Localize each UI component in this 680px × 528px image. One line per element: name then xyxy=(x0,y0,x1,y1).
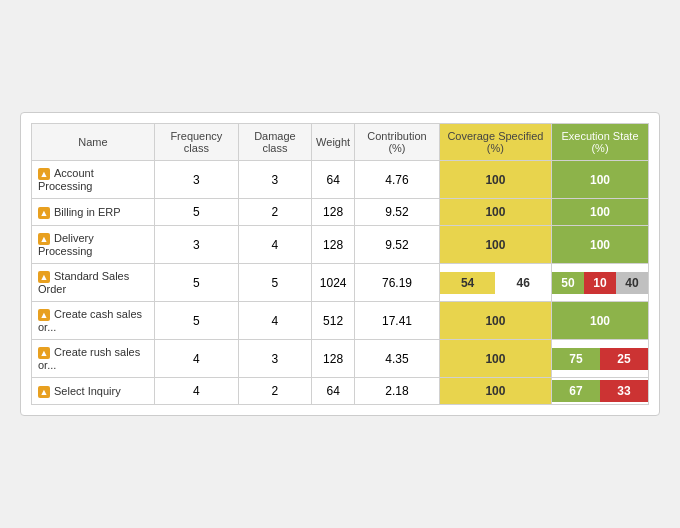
row-frequency-3: 5 xyxy=(154,264,238,302)
row-weight-5: 128 xyxy=(312,340,355,378)
row-name-0: ▲Account Processing xyxy=(32,161,155,199)
row-weight-2: 128 xyxy=(312,226,355,264)
row-frequency-4: 5 xyxy=(154,302,238,340)
header-contribution: Contribution (%) xyxy=(355,124,440,161)
row-damage-5: 3 xyxy=(238,340,311,378)
warning-icon: ▲ xyxy=(38,207,50,219)
row-damage-6: 2 xyxy=(238,378,311,405)
header-coverage: Coverage Specified (%) xyxy=(439,124,551,161)
row-contribution-4: 17.41 xyxy=(355,302,440,340)
row-coverage-4: 100 xyxy=(439,302,551,340)
row-execution-2: 100 xyxy=(552,226,649,264)
row-coverage-6: 100 xyxy=(439,378,551,405)
row-damage-1: 2 xyxy=(238,199,311,226)
row-frequency-0: 3 xyxy=(154,161,238,199)
row-contribution-6: 2.18 xyxy=(355,378,440,405)
row-name-6: ▲Select Inquiry xyxy=(32,378,155,405)
row-contribution-1: 9.52 xyxy=(355,199,440,226)
row-weight-3: 1024 xyxy=(312,264,355,302)
header-damage: Damage class xyxy=(238,124,311,161)
row-name-1: ▲Billing in ERP xyxy=(32,199,155,226)
row-damage-3: 5 xyxy=(238,264,311,302)
header-name: Name xyxy=(32,124,155,161)
row-weight-6: 64 xyxy=(312,378,355,405)
row-frequency-1: 5 xyxy=(154,199,238,226)
row-contribution-5: 4.35 xyxy=(355,340,440,378)
row-execution-4: 100 xyxy=(552,302,649,340)
row-coverage-5: 100 xyxy=(439,340,551,378)
warning-icon: ▲ xyxy=(38,168,50,180)
warning-icon: ▲ xyxy=(38,309,50,321)
warning-icon: ▲ xyxy=(38,271,50,283)
row-contribution-0: 4.76 xyxy=(355,161,440,199)
row-name-3: ▲Standard Sales Order xyxy=(32,264,155,302)
row-execution-1: 100 xyxy=(552,199,649,226)
row-contribution-2: 9.52 xyxy=(355,226,440,264)
row-name-5: ▲Create rush sales or... xyxy=(32,340,155,378)
data-table: Name Frequency class Damage class Weight… xyxy=(31,123,649,405)
row-coverage-3: 5446 xyxy=(439,264,551,302)
header-frequency: Frequency class xyxy=(154,124,238,161)
row-name-4: ▲Create cash sales or... xyxy=(32,302,155,340)
row-coverage-0: 100 xyxy=(439,161,551,199)
row-execution-5: 7525 xyxy=(552,340,649,378)
row-contribution-3: 76.19 xyxy=(355,264,440,302)
row-frequency-5: 4 xyxy=(154,340,238,378)
row-coverage-1: 100 xyxy=(439,199,551,226)
header-execution: Execution State (%) xyxy=(552,124,649,161)
header-weight: Weight xyxy=(312,124,355,161)
row-execution-6: 6733 xyxy=(552,378,649,405)
row-weight-4: 512 xyxy=(312,302,355,340)
warning-icon: ▲ xyxy=(38,233,50,245)
row-frequency-6: 4 xyxy=(154,378,238,405)
warning-icon: ▲ xyxy=(38,347,50,359)
row-name-2: ▲Delivery Processing xyxy=(32,226,155,264)
row-damage-4: 4 xyxy=(238,302,311,340)
row-execution-0: 100 xyxy=(552,161,649,199)
row-weight-1: 128 xyxy=(312,199,355,226)
row-damage-0: 3 xyxy=(238,161,311,199)
row-frequency-2: 3 xyxy=(154,226,238,264)
row-coverage-2: 100 xyxy=(439,226,551,264)
main-container: Name Frequency class Damage class Weight… xyxy=(20,112,660,416)
warning-icon: ▲ xyxy=(38,386,50,398)
row-weight-0: 64 xyxy=(312,161,355,199)
row-execution-3: 501040 xyxy=(552,264,649,302)
row-damage-2: 4 xyxy=(238,226,311,264)
